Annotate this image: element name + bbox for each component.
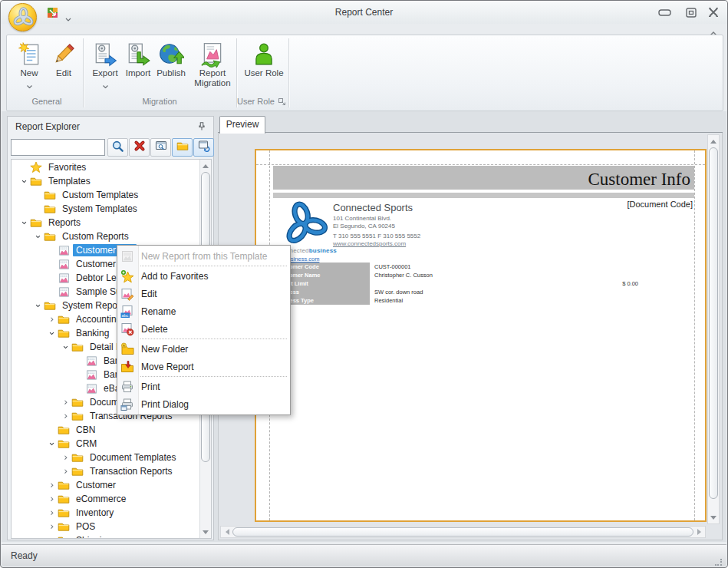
folder-icon — [58, 424, 70, 436]
folder-icon — [44, 299, 56, 312]
tree-item-customer[interactable]: Customer — [12, 478, 199, 492]
menu-item-move-report[interactable]: Move Report — [117, 358, 290, 375]
tree-item-system-templates[interactable]: System Templates — [12, 202, 199, 216]
chevron-down-icon[interactable] — [18, 216, 30, 229]
menu-item-label: New Folder — [141, 344, 188, 355]
chevron-down-icon[interactable] — [45, 438, 58, 450]
tree-item-ecommerce[interactable]: eCommerce — [12, 492, 199, 506]
chevron-down-icon[interactable] — [31, 299, 44, 312]
menu-item-label: Rename — [141, 306, 176, 317]
pin-icon[interactable] — [196, 121, 207, 132]
minimize-button[interactable] — [657, 6, 674, 18]
menu-item-label: Print — [141, 381, 160, 392]
clear-search-button[interactable] — [129, 138, 150, 157]
app-orb-icon[interactable] — [8, 3, 37, 31]
preview-vertical-scrollbar[interactable] — [707, 134, 720, 524]
company-logo-icon — [280, 201, 329, 246]
tree-item-shipping[interactable]: Shipping — [12, 533, 199, 538]
tree-item-transaction-reports[interactable]: Transaction Reports — [12, 464, 199, 478]
folder-icon — [71, 341, 84, 353]
menu-item-delete[interactable]: Delete — [117, 320, 290, 338]
chevron-spacer — [73, 368, 85, 381]
chevron-spacer — [45, 244, 58, 256]
company-address2: El Segundo, CA 90245 — [333, 223, 420, 230]
tree-item-cbn[interactable]: CBN — [12, 423, 199, 437]
new-folder-icon — [120, 342, 134, 356]
scroll-left-icon[interactable] — [222, 527, 232, 537]
menu-item-print-dialog[interactable]: Print Dialog — [117, 395, 290, 413]
tree-item-templates[interactable]: Templates — [12, 174, 199, 188]
folder-icon — [44, 203, 56, 215]
chevron-right-icon[interactable] — [59, 451, 71, 464]
folder-icon — [58, 534, 70, 538]
tree-item-label: eCommerce — [73, 493, 129, 505]
print-dialog-icon — [120, 398, 134, 411]
tree-item-crm[interactable]: CRM — [12, 437, 199, 451]
tab-preview[interactable]: Preview — [219, 116, 265, 134]
chevron-down-icon[interactable] — [18, 175, 30, 187]
chevron-spacer — [45, 272, 58, 284]
report-icon — [85, 382, 97, 395]
chevron-right-icon[interactable] — [45, 520, 58, 533]
tree-item-inventory[interactable]: Inventory — [12, 506, 199, 520]
scroll-right-icon[interactable] — [693, 527, 704, 537]
chevron-right-icon[interactable] — [59, 396, 71, 408]
panel-title: Report Explorer — [8, 117, 213, 137]
menu-item-edit[interactable]: Edit — [117, 285, 290, 302]
close-button[interactable] — [705, 6, 722, 18]
preview-vscroll-thumb[interactable] — [709, 147, 718, 499]
svg-text:abc: abc — [122, 312, 129, 317]
refresh-window-button[interactable] — [193, 138, 214, 157]
preview-hscroll-thumb[interactable] — [232, 527, 693, 537]
tree-item-pos[interactable]: POS — [12, 520, 199, 533]
chevron-down-icon[interactable] — [59, 341, 71, 353]
menu-item-print[interactable]: Print — [117, 378, 290, 395]
preview-window-button[interactable] — [150, 138, 171, 157]
ribbon-collapse-icon[interactable] — [709, 26, 718, 33]
restore-button[interactable] — [683, 6, 700, 18]
menu-item-rename[interactable]: abcRename — [117, 302, 290, 320]
dialog-launcher-icon[interactable] — [278, 97, 286, 104]
menu-item-new-folder[interactable]: New Folder — [117, 340, 290, 358]
tree-item-custom-reports[interactable]: Custom Reports — [12, 230, 199, 243]
scroll-down-icon[interactable] — [200, 527, 211, 537]
chevron-right-icon[interactable] — [45, 313, 58, 325]
field-row: Address TypeResidential — [273, 296, 694, 305]
scroll-up-icon[interactable] — [708, 136, 719, 147]
document-page: Customer Info [Document Code] — [255, 149, 707, 522]
ribbon-button-label: Edit — [56, 68, 71, 78]
pencil-icon — [51, 41, 77, 68]
chevron-right-icon[interactable] — [45, 493, 58, 505]
scroll-down-icon[interactable] — [708, 512, 719, 523]
tree-item-document-templates[interactable]: Document Templates — [12, 451, 199, 464]
context-menu: New Report from this TemplateAdd to Favo… — [117, 245, 291, 415]
resize-grip-icon[interactable] — [715, 556, 723, 563]
menu-item-new-report-from-this-template: New Report from this Template — [117, 247, 290, 265]
company-name: Connected Sports — [333, 204, 420, 212]
chevron-right-icon[interactable] — [45, 479, 58, 491]
tree-item-label: POS — [73, 520, 98, 533]
company-phone: T 310 555 5551 F 310 555 5552 — [333, 233, 420, 240]
tree-item-favorites[interactable]: Favorites — [12, 160, 199, 174]
scroll-up-icon[interactable] — [200, 160, 211, 171]
tree-item-label: Banking — [73, 327, 112, 339]
chevron-right-icon[interactable] — [45, 534, 58, 538]
margin-guide-right — [694, 150, 695, 520]
tree-item-label: Document Templates — [87, 451, 180, 464]
chevron-right-icon[interactable] — [45, 507, 58, 519]
tree-item-custom-templates[interactable]: Custom Templates — [12, 188, 199, 202]
chevron-down-icon[interactable] — [45, 327, 58, 339]
chevron-down-icon[interactable] — [31, 230, 44, 243]
folder-view-button[interactable] — [172, 138, 193, 157]
tree-item-label: Inventory — [73, 507, 117, 519]
search-button[interactable] — [107, 138, 128, 157]
folder-icon — [58, 507, 70, 519]
customer-fields-table: Customer CodeCUST-000001Customer NameChr… — [273, 263, 694, 305]
search-input[interactable] — [11, 139, 105, 156]
folder-icon — [58, 313, 70, 325]
chevron-right-icon[interactable] — [59, 410, 71, 422]
preview-horizontal-scrollbar[interactable] — [220, 526, 706, 538]
tree-item-reports[interactable]: Reports — [12, 216, 199, 230]
chevron-right-icon[interactable] — [59, 465, 71, 477]
menu-item-add-to-favorites[interactable]: Add to Favorites — [117, 267, 290, 285]
